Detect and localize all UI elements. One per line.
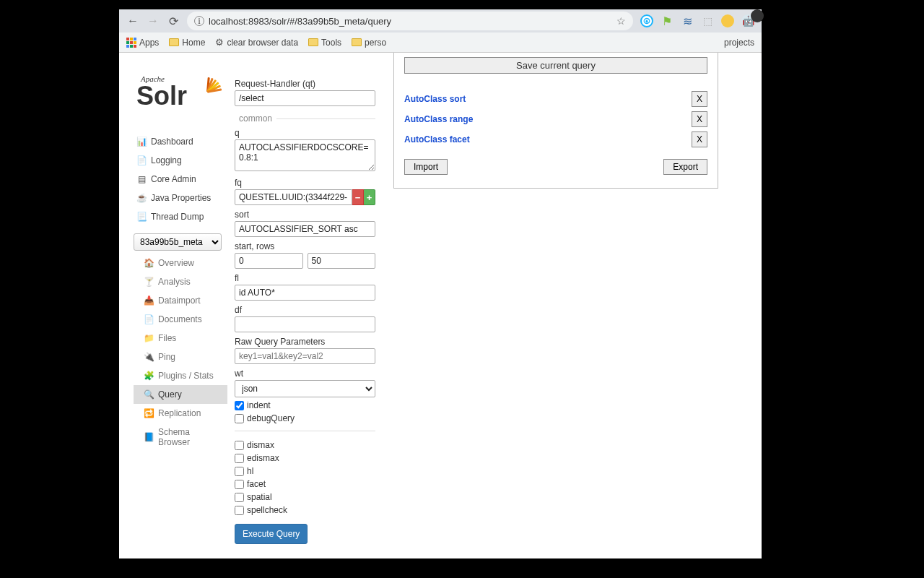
reload-button[interactable]: ⟳: [167, 14, 180, 27]
nav-core-admin[interactable]: ▤Core Admin: [134, 170, 227, 189]
logging-icon: 📄: [136, 155, 147, 165]
nav-java-properties[interactable]: ☕Java Properties: [134, 189, 227, 207]
check-indent[interactable]: indent: [235, 400, 375, 410]
input-rows[interactable]: [308, 253, 376, 269]
label-wt: wt: [235, 368, 375, 379]
label-q: q: [235, 128, 375, 138]
fq-add-button[interactable]: +: [364, 189, 375, 205]
saved-queries-list: AutoClass sort X AutoClass range X AutoC…: [404, 91, 707, 147]
ext-icon-5[interactable]: [721, 14, 734, 27]
back-button[interactable]: ←: [126, 14, 139, 27]
saved-queries-panel: Save current query AutoClass sort X Auto…: [393, 53, 718, 189]
apps-icon: [126, 38, 136, 48]
ext-icon-cut[interactable]: [751, 9, 764, 22]
delete-saved-query-button[interactable]: X: [692, 91, 707, 107]
solr-logo: Apache Solr: [136, 74, 222, 109]
check-debugquery[interactable]: debugQuery: [235, 413, 375, 423]
folder-icon: [169, 38, 179, 46]
input-q[interactable]: [235, 139, 375, 171]
check-hl[interactable]: hl: [235, 466, 375, 476]
browser-window: ← → ⟳ i localhost:8983/solr/#/83a99b5b_m…: [119, 9, 762, 558]
url-text: localhost:8983/solr/#/83a99b5b_meta/quer…: [209, 16, 612, 27]
subnav-ping[interactable]: 🔌Ping: [134, 348, 227, 366]
url-bar[interactable]: i localhost:8983/solr/#/83a99b5b_meta/qu…: [187, 12, 633, 30]
execute-query-button[interactable]: Execute Query: [235, 524, 308, 544]
input-qt[interactable]: [235, 90, 375, 106]
input-raw[interactable]: [235, 348, 375, 364]
core-admin-icon: ▤: [136, 174, 147, 184]
subnav-dataimport[interactable]: 📥Dataimport: [134, 291, 227, 310]
select-wt[interactable]: json: [235, 380, 375, 397]
input-fl[interactable]: [235, 285, 375, 301]
saved-query-link[interactable]: AutoClass range: [404, 114, 473, 124]
browser-toolbar: ← → ⟳ i localhost:8983/solr/#/83a99b5b_m…: [119, 9, 762, 33]
bookmark-star-icon[interactable]: ☆: [616, 15, 626, 27]
label-qt: Request-Handler (qt): [235, 79, 375, 89]
delete-saved-query-button[interactable]: X: [692, 131, 707, 147]
dashboard-icon: 📊: [136, 137, 147, 147]
label-start-rows: start, rows: [235, 241, 375, 251]
input-sort[interactable]: [235, 221, 375, 237]
subnav-query[interactable]: 🔍Query: [134, 385, 227, 404]
thread-icon: 📃: [136, 212, 147, 222]
gear-icon: ⚙: [215, 37, 224, 48]
check-edismax[interactable]: edismax: [235, 453, 375, 463]
subnav-plugins[interactable]: 🧩Plugins / Stats: [134, 366, 227, 385]
check-spatial[interactable]: spatial: [235, 492, 375, 502]
label-fl: fl: [235, 273, 375, 283]
label-df: df: [235, 305, 375, 315]
sunburst-icon: [191, 77, 222, 107]
bookmarks-bar: Apps Home ⚙clear browser data Tools pers…: [119, 33, 762, 53]
bookmark-perso[interactable]: perso: [352, 38, 386, 48]
folder-icon: [308, 38, 318, 46]
bookmark-apps[interactable]: Apps: [126, 38, 159, 48]
check-dismax[interactable]: dismax: [235, 440, 375, 450]
folder-icon: [352, 38, 362, 46]
input-df[interactable]: [235, 316, 375, 332]
ping-icon: 🔌: [144, 352, 154, 362]
subnav-schema[interactable]: 📘Schema Browser: [134, 423, 227, 452]
nav-dashboard[interactable]: 📊Dashboard: [134, 132, 227, 151]
query-form: Request-Handler (qt) common q fq − + sor…: [235, 74, 375, 544]
java-icon: ☕: [136, 193, 147, 203]
info-icon[interactable]: i: [194, 16, 204, 26]
bookmark-home[interactable]: Home: [169, 38, 205, 48]
save-current-query-button[interactable]: Save current query: [404, 57, 707, 74]
nav-thread-dump[interactable]: 📃Thread Dump: [134, 207, 227, 226]
subnav-documents[interactable]: 📄Documents: [134, 310, 227, 329]
subnav-replication[interactable]: 🔁Replication: [134, 404, 227, 423]
fq-remove-button[interactable]: −: [352, 189, 364, 205]
query-icon: 🔍: [144, 389, 154, 400]
ext-icon-3[interactable]: ≋: [681, 14, 694, 27]
bookmark-projects[interactable]: projects: [724, 38, 754, 48]
bookmark-clear-data[interactable]: ⚙clear browser data: [215, 37, 298, 48]
label-raw: Raw Query Parameters: [235, 337, 375, 347]
forward-button: →: [147, 14, 160, 27]
label-fq: fq: [235, 178, 375, 188]
check-spellcheck[interactable]: spellcheck: [235, 505, 375, 515]
import-button[interactable]: Import: [404, 159, 448, 175]
input-start[interactable]: [235, 253, 303, 269]
left-nav: 📊Dashboard 📄Logging ▤Core Admin ☕Java Pr…: [134, 132, 227, 452]
replication-icon: 🔁: [144, 408, 154, 418]
subnav-files[interactable]: 📁Files: [134, 329, 227, 348]
delete-saved-query-button[interactable]: X: [692, 111, 707, 127]
export-button[interactable]: Export: [663, 159, 707, 175]
saved-query-link[interactable]: AutoClass sort: [404, 94, 466, 104]
ext-icon-1[interactable]: ⦿: [640, 14, 653, 27]
bookmark-tools[interactable]: Tools: [308, 38, 341, 48]
input-fq[interactable]: [235, 189, 352, 205]
ext-icon-2[interactable]: ⚑: [661, 14, 674, 27]
schema-icon: 📘: [144, 432, 154, 442]
ext-icon-4[interactable]: ⬚: [701, 14, 714, 27]
core-selector[interactable]: 83a99b5b_meta: [134, 233, 222, 251]
nav-logging[interactable]: 📄Logging: [134, 151, 227, 170]
label-sort: sort: [235, 210, 375, 220]
saved-query-link[interactable]: AutoClass facet: [404, 134, 470, 144]
saved-query-row: AutoClass facet X: [404, 131, 707, 147]
subnav-overview[interactable]: 🏠Overview: [134, 254, 227, 272]
dataimport-icon: 📥: [144, 296, 154, 306]
subnav-analysis[interactable]: 🍸Analysis: [134, 272, 227, 291]
plugins-icon: 🧩: [144, 371, 154, 381]
check-facet[interactable]: facet: [235, 479, 375, 489]
